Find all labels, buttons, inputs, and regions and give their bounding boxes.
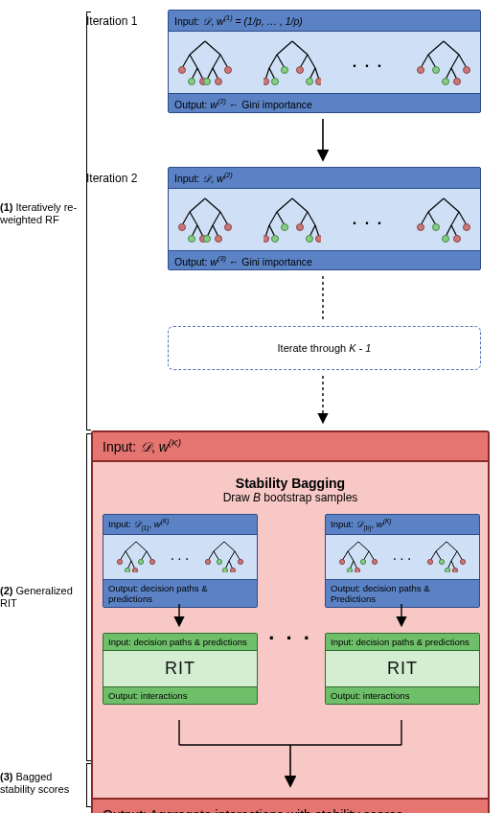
tree-icon	[176, 195, 234, 244]
svg-point-86	[418, 223, 424, 230]
svg-line-136	[451, 551, 457, 561]
stability-columns: Input: 𝒟(1), w(K) . . . Output: decision…	[103, 514, 478, 705]
ellipsis-icon: . . .	[351, 54, 385, 71]
stability-subtitle: Draw B bootstrap samples	[103, 491, 478, 504]
svg-point-12	[189, 78, 195, 84]
sb1-in-w: w	[154, 519, 161, 529]
main-column: Iteration 1 Input: 𝒟, w(1) = (1/p, … , 1…	[91, 10, 498, 813]
svg-line-18	[269, 55, 277, 68]
svg-point-58	[189, 235, 195, 242]
svg-line-107	[224, 542, 235, 551]
svg-point-102	[138, 559, 143, 564]
svg-point-131	[355, 568, 359, 572]
rf1-input-rest: = (1/p, … , 1/p)	[233, 15, 303, 27]
dashed-arrow-down-icon	[168, 274, 479, 322]
svg-line-21	[308, 55, 315, 68]
svg-point-72	[281, 223, 287, 230]
bootstrap-column-b: Input: 𝒟(b), w(K) . . . Output: decision…	[325, 514, 478, 705]
svg-line-2	[182, 55, 190, 68]
svg-line-50	[213, 212, 220, 225]
rf-block-1-body: . . .	[169, 32, 480, 93]
rit-1-label: RIT	[103, 651, 257, 686]
iteration-2-title: Iteration 2	[86, 172, 137, 185]
side-label-3: (3) Bagged stability scores	[0, 771, 81, 796]
iterate-text: Iterate through	[278, 342, 347, 354]
rit-1-output: Output: interactions	[103, 686, 257, 704]
stability-input: Input: 𝒟, w(K)	[93, 432, 488, 462]
svg-point-103	[149, 559, 154, 564]
svg-line-133	[447, 542, 457, 551]
rf1-input-D: 𝒟	[202, 16, 211, 27]
rf1-input-w-sup: (1)	[224, 13, 233, 22]
sbb-in-w: w	[377, 519, 383, 529]
rf2-input-w-sup: (2)	[224, 171, 233, 179]
iteration-1-title: Iteration 1	[86, 14, 137, 28]
rit-block-1: Input: decision paths & predictions RIT …	[103, 633, 258, 705]
svg-point-56	[179, 223, 186, 230]
svg-line-3	[190, 55, 197, 68]
tree-icon	[338, 540, 378, 574]
svg-line-36	[451, 55, 459, 68]
svg-point-43	[443, 78, 449, 84]
svg-line-83	[459, 212, 467, 225]
svg-line-93	[126, 542, 136, 551]
rit-1-input: Input: decision paths & predictions	[103, 634, 257, 651]
iteration-1-wrap: Iteration 1 Input: 𝒟, w(1) = (1/p, … , 1…	[91, 10, 498, 113]
rf-block-1: Input: 𝒟, w(1) = (1/p, … , 1/p) . . . Ou…	[168, 10, 481, 113]
rit-b-output: Output: interactions	[326, 686, 479, 704]
rf2-out-sup: (3)	[218, 254, 226, 263]
svg-line-66	[300, 212, 308, 225]
bootstrap-rf-1: Input: 𝒟(1), w(K) . . . Output: decision…	[103, 514, 258, 608]
rf-block-2-output: Output: w(3) ← Gini importance	[169, 250, 480, 270]
ellipsis-icon: . . .	[172, 551, 190, 562]
svg-line-48	[182, 212, 190, 225]
svg-line-82	[451, 212, 459, 225]
rf1-out-prefix: Output:	[174, 98, 210, 109]
svg-line-81	[428, 212, 436, 225]
svg-point-40	[418, 66, 424, 73]
diagram-canvas: (1) Iteratively re-weighted RF (2) Gener…	[0, 0, 504, 813]
svg-point-143	[446, 568, 450, 572]
stability-title: Stability Bagging	[103, 476, 478, 491]
sb1-in-Dsub: (1)	[141, 524, 149, 531]
side-label-2-num: (2)	[0, 585, 12, 596]
rf2-out-w: w	[210, 255, 218, 267]
arrow-down-icon	[168, 117, 479, 163]
rf2-input-D: 𝒟	[202, 174, 211, 184]
iterate-box: Iterate through K - 1	[168, 326, 481, 370]
stability-block: Input: 𝒟, w(K) Stability Bagging Draw B …	[91, 430, 490, 813]
stab-sub-pre: Draw	[223, 491, 253, 504]
svg-line-5	[220, 55, 228, 68]
rit-b-label: RIT	[326, 651, 479, 686]
rf-block-2: Input: 𝒟, w(2) . . . Output: w(3) ← Gini…	[168, 167, 481, 270]
side-label-2: (2) Generalized RIT	[0, 585, 81, 610]
bootstrap-column-1: Input: 𝒟(1), w(K) . . . Output: decision…	[103, 514, 256, 705]
sbb-in-wK: (K)	[383, 518, 392, 524]
rf1-input-w: w	[217, 15, 224, 27]
rf1-out-arrow: ←	[226, 98, 241, 109]
svg-point-118	[231, 568, 236, 572]
svg-point-76	[306, 235, 312, 242]
stab-in-wK: (K)	[169, 437, 181, 448]
svg-line-120	[358, 542, 369, 551]
svg-line-63	[292, 198, 308, 212]
tree-icon	[263, 37, 321, 87]
iterate-K: K - 1	[349, 342, 371, 354]
svg-point-104	[125, 568, 129, 572]
stab-in-sep: ,	[151, 439, 159, 454]
side-label-1: (1) Iteratively re-weighted RF	[0, 201, 81, 226]
svg-line-110	[229, 551, 235, 561]
svg-line-62	[277, 198, 292, 212]
iteration-2-wrap: Iteration 2 Input: 𝒟, w(2) . . . Output:…	[91, 167, 498, 270]
svg-line-35	[428, 55, 436, 68]
svg-point-116	[239, 559, 243, 564]
rf1-out-w: w	[210, 98, 218, 109]
svg-point-128	[360, 559, 365, 564]
rf-block-2-input: Input: 𝒟, w(2)	[169, 168, 480, 189]
stab-in-w: w	[159, 439, 169, 454]
rf2-input-w: w	[217, 173, 224, 184]
rf2-out-gini: Gini importance	[241, 255, 312, 267]
svg-point-114	[206, 559, 211, 564]
svg-line-122	[348, 551, 354, 561]
svg-point-14	[204, 78, 211, 84]
